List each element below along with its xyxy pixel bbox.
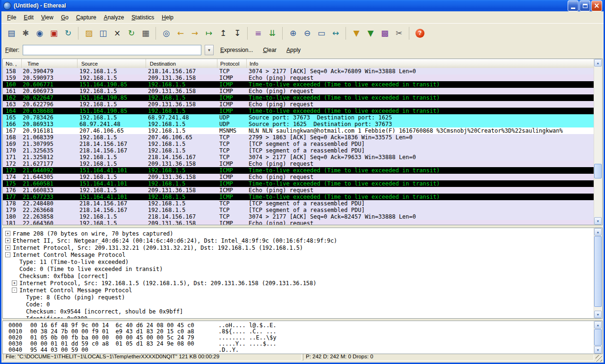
scroll-down-icon[interactable]: ▼ (594, 311, 602, 318)
scroll-thumb[interactable] (594, 329, 602, 346)
open-file-icon[interactable]: ▨ (82, 27, 96, 40)
go-to-top-icon[interactable]: ↥ (216, 27, 230, 40)
scroll-down-icon[interactable]: ▼ (594, 217, 602, 225)
resize-columns-icon[interactable]: ↔ (328, 27, 343, 40)
menu-help[interactable]: Help (158, 13, 177, 22)
packet-row[interactable]: 181 22.664360 192.168.1.5 209.131.36.158… (3, 220, 594, 225)
packet-row[interactable]: 177 21.677233 151.164.41.101 192.168.1.5… (3, 194, 594, 200)
print-icon[interactable]: ▦ (138, 27, 153, 40)
new-capture-icon[interactable]: ◉ (33, 27, 47, 40)
packet-row[interactable]: 167 20.916181 207.46.106.65 192.168.1.5 … (3, 127, 594, 134)
save-file-icon[interactable]: ◫ (96, 27, 110, 40)
auto-scroll-icon[interactable]: ⇊ (265, 27, 279, 40)
packet-row[interactable]: 179 22.263668 218.14.156.167 192.168.1.5… (3, 207, 594, 213)
packet-row[interactable]: 169 21.307995 218.14.156.167 192.168.1.5… (3, 141, 594, 147)
expression-button[interactable]: Expression... (217, 45, 256, 55)
scroll-up-icon[interactable]: ▲ (594, 59, 602, 67)
stop-capture-icon[interactable]: ▣ (47, 27, 61, 40)
packet-row[interactable]: 158 20.390479 192.168.1.5 218.14.156.167… (3, 68, 594, 75)
close-file-icon[interactable]: × (110, 27, 124, 40)
tree-line[interactable]: - Internet Control Message Protocol (3, 287, 594, 294)
tree-expander-icon[interactable]: + (5, 238, 10, 243)
menu-statistics[interactable]: Statistics (128, 13, 158, 22)
menu-capture[interactable]: Capture (72, 13, 100, 22)
tree-line[interactable]: + Ethernet II, Src: Netgear_40:d6:24 (00… (3, 237, 594, 244)
packet-row[interactable]: 172 21.627177 192.168.1.5 209.131.36.158… (3, 161, 594, 167)
column-header[interactable]: Info (247, 59, 602, 68)
tree-expander-icon[interactable]: - (12, 288, 17, 293)
column-header[interactable]: Protocol (217, 59, 247, 68)
help-icon[interactable]: ? (415, 29, 424, 38)
hex-line[interactable]: 0040 95 44 03 00 59 00 .D..Y. (9, 347, 594, 353)
scroll-down-icon[interactable]: ▼ (594, 346, 602, 354)
tree-expander-icon[interactable]: + (12, 280, 17, 286)
maximize-button[interactable] (579, 0, 590, 11)
packet-row[interactable]: 170 21.325635 218.14.156.167 192.168.1.5… (3, 147, 594, 154)
zoom-out-icon[interactable]: ⊖ (300, 27, 314, 40)
menu-file[interactable]: File (3, 13, 20, 22)
column-header[interactable]: No. , (3, 59, 22, 68)
list-interfaces-icon[interactable]: ▤ (4, 27, 18, 40)
packet-row[interactable]: 176 21.660833 192.168.1.5 209.131.36.158… (3, 187, 594, 194)
packet-row[interactable]: 164 20.638688 151.164.190.85 192.168.1.5… (3, 108, 594, 114)
display-filters-icon[interactable]: ▼ (363, 27, 378, 40)
column-header[interactable]: Source (78, 59, 146, 68)
menu-view[interactable]: View (37, 13, 57, 22)
tree-line[interactable]: + Frame 208 (70 bytes on wire, 70 bytes … (3, 230, 594, 237)
resize-grip[interactable] (596, 355, 602, 362)
apply-button[interactable]: Apply (283, 45, 304, 55)
capture-filters-icon[interactable]: ▼ (349, 27, 363, 40)
tree-line[interactable]: - Internet Control Message Protocol (3, 251, 594, 258)
scroll-thumb[interactable] (594, 236, 602, 307)
go-to-bottom-icon[interactable]: ↧ (230, 27, 244, 40)
close-button[interactable] (591, 0, 602, 11)
zoom-100-icon[interactable]: ▭ (314, 27, 328, 40)
packet-list-scrollbar[interactable]: ▲ ▼ (594, 59, 602, 225)
tree-line[interactable]: + Internet Protocol, Src: 209.131.32.21 … (3, 244, 594, 251)
scroll-up-icon[interactable]: ▲ (594, 321, 602, 329)
packet-row[interactable]: 160 20.606771 151.164.190.85 192.168.1.5… (3, 81, 594, 88)
packet-row[interactable]: 178 22.248480 218.14.156.167 192.168.1.5… (3, 200, 594, 207)
tree-expander-icon[interactable]: - (5, 252, 10, 257)
zoom-in-icon[interactable]: ⊕ (286, 27, 300, 40)
packet-row[interactable]: 174 21.644305 192.168.1.5 209.131.36.158… (3, 174, 594, 180)
bytes-scrollbar[interactable]: ▲ ▼ (594, 321, 602, 354)
minimize-button[interactable] (568, 0, 579, 11)
tree-line[interactable]: Code: 0 (Time to live exceeded in transi… (3, 265, 594, 272)
coloring-rules-icon[interactable]: ▩ (378, 27, 392, 40)
tree-expander-icon[interactable]: + (5, 245, 10, 250)
go-forward-icon[interactable]: → (188, 27, 202, 40)
packet-row[interactable]: 171 21.325812 192.168.1.5 218.14.156.167… (3, 154, 594, 161)
packet-row[interactable]: 161 20.606973 192.168.1.5 209.131.36.158… (3, 88, 594, 94)
find-packet-icon[interactable]: ◎ (159, 27, 173, 40)
reload-icon[interactable]: ↻ (124, 27, 138, 40)
hex-line[interactable]: 0030 00 00 01 01 dd 59 c0 a8 01 05 d1 83… (9, 341, 594, 347)
menu-go[interactable]: Go (57, 13, 72, 22)
clear-button[interactable]: Clear (259, 45, 280, 55)
tree-expander-icon[interactable]: + (5, 231, 10, 236)
tree-line[interactable]: + Internet Protocol, Src: 192.168.1.5 (1… (3, 279, 594, 287)
preferences-icon[interactable]: ✂ (392, 27, 406, 40)
colorize-icon[interactable]: ≡ (251, 27, 265, 40)
column-header[interactable]: Destination (146, 59, 217, 68)
filter-input[interactable] (23, 45, 201, 55)
packet-row[interactable]: 166 20.869313 68.97.241.48 192.168.1.5 U… (3, 121, 594, 127)
column-header[interactable]: Time (22, 59, 78, 68)
tree-line[interactable]: Checksum: 0xfbba [correct] (3, 272, 594, 279)
scroll-thumb[interactable] (594, 164, 602, 178)
restart-capture-icon[interactable]: ↻ (61, 27, 75, 40)
packet-row[interactable]: 173 21.644092 151.164.41.101 192.168.1.5… (3, 167, 594, 174)
packet-row[interactable]: 168 21.068339 192.168.1.5 207.46.106.65 … (3, 134, 594, 141)
filter-history-dropdown-icon[interactable]: ▼ (205, 45, 214, 55)
go-back-icon[interactable]: ← (173, 27, 188, 40)
tree-line[interactable]: Code: 0 (3, 301, 594, 308)
packet-row[interactable]: 180 22.263858 192.168.1.5 218.14.156.167… (3, 213, 594, 220)
capture-options-icon[interactable]: ✱ (18, 27, 33, 40)
packet-row[interactable]: 165 20.783426 192.168.1.5 68.97.241.48 U… (3, 114, 594, 121)
menu-edit[interactable]: Edit (20, 13, 37, 22)
tree-line[interactable]: Type: 8 (Echo (ping) request) (3, 294, 594, 301)
menu-analyze[interactable]: Analyze (100, 13, 128, 22)
tree-line[interactable]: Identifier: 0x0300 (3, 315, 594, 318)
details-scrollbar[interactable]: ▲ ▼ (594, 228, 602, 318)
tree-line[interactable]: Checksum: 0x9544 [incorrect, should be 0… (3, 308, 594, 315)
